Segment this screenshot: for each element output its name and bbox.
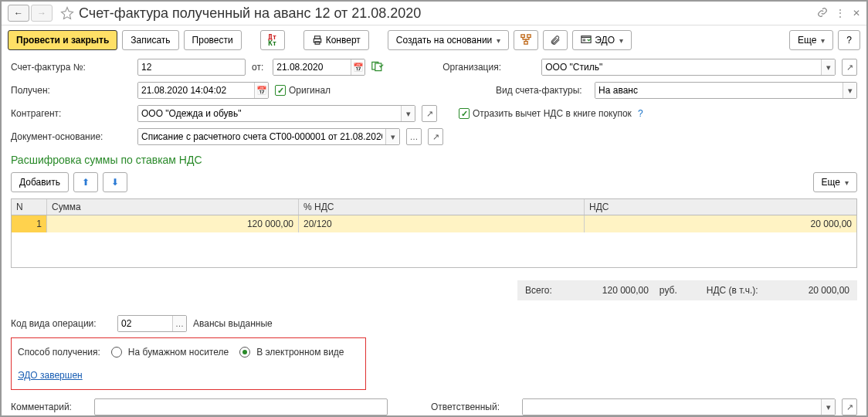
responsible-input[interactable] <box>523 399 821 415</box>
titlebar: ← → Счет-фактура полученный на аванс 12 … <box>2 2 866 25</box>
currency-label: руб. <box>659 285 677 296</box>
chevron-down-icon: ▾ <box>821 36 825 45</box>
add-row-button[interactable]: Добавить <box>11 172 69 192</box>
kind-input[interactable] <box>595 83 843 98</box>
from-date-field[interactable]: 📅 <box>273 59 365 76</box>
favorite-star-icon[interactable] <box>60 6 74 20</box>
org-label: Организация: <box>442 62 535 73</box>
copy-icon[interactable] <box>371 61 384 74</box>
nav-forward-button[interactable]: → <box>31 5 53 22</box>
counterparty-input[interactable] <box>138 106 401 121</box>
svg-rect-4 <box>527 34 531 37</box>
nds-total-value: 20 000,00 <box>809 285 849 296</box>
responsible-label: Ответственный: <box>431 402 516 412</box>
help-icon[interactable]: ? <box>638 108 643 119</box>
total-value: 120 000,00 <box>602 285 649 296</box>
cell-nds[interactable]: 20 000,00 <box>585 215 856 232</box>
chevron-down-icon: ▾ <box>619 36 623 45</box>
cell-sum[interactable]: 120 000,00 <box>47 215 299 232</box>
move-down-button[interactable]: ⬇ <box>103 172 127 192</box>
delivery-label: Способ получения: <box>18 347 100 358</box>
col-sum[interactable]: Сумма <box>47 199 299 215</box>
chevron-down-icon: ▾ <box>497 36 500 45</box>
delivery-electronic-radio[interactable]: В электронном виде <box>239 347 344 358</box>
totals-bar: Всего: 120 000,00 руб. НДС (в т.ч.): 20 … <box>517 280 857 300</box>
reflect-vat-checkbox[interactable]: ✓ Отразить вычет НДС в книге покупок <box>459 108 632 119</box>
basis-field[interactable]: ▾ <box>137 128 400 145</box>
calendar-icon[interactable]: 📅 <box>351 59 364 75</box>
col-n[interactable]: N <box>12 199 47 215</box>
col-nds[interactable]: НДС <box>585 199 856 215</box>
org-field[interactable]: ▾ <box>541 59 836 76</box>
edo-status-link[interactable]: ЭДО завершен <box>18 370 83 381</box>
nav-back-button[interactable]: ← <box>8 5 29 22</box>
total-label: Всего: <box>525 285 552 296</box>
col-rate[interactable]: % НДС <box>299 199 585 215</box>
delivery-paper-radio[interactable]: На бумажном носителе <box>111 347 229 358</box>
responsible-open-button[interactable]: ↗ <box>842 398 857 415</box>
cell-n[interactable]: 1 <box>12 215 47 232</box>
ellipsis-icon[interactable]: … <box>172 316 186 331</box>
received-ts-field[interactable]: 📅 <box>137 82 269 99</box>
received-ts-input[interactable] <box>138 83 254 98</box>
dt-kt-icon: ДтКт <box>268 34 276 46</box>
chevron-down-icon[interactable]: ▾ <box>843 83 856 98</box>
counterparty-field[interactable]: ▾ <box>137 105 415 122</box>
op-code-field[interactable]: … <box>117 315 187 332</box>
table-row[interactable]: 1 120 000,00 20/120 20 000,00 <box>12 215 856 232</box>
basis-label: Документ-основание: <box>11 131 131 142</box>
basis-input[interactable] <box>138 129 385 144</box>
from-date-input[interactable] <box>273 59 351 75</box>
svg-rect-5 <box>524 41 527 44</box>
table-more-button[interactable]: Еще▾ <box>813 172 857 192</box>
move-up-button[interactable]: ⬆ <box>73 172 98 192</box>
kebab-menu-icon[interactable]: ⋮ <box>836 8 845 19</box>
counterparty-label: Контрагент: <box>11 108 131 119</box>
comment-input[interactable] <box>94 398 388 415</box>
calendar-icon[interactable]: 📅 <box>254 83 268 98</box>
received-label: Получен: <box>11 85 131 96</box>
more-button[interactable]: Еще▾ <box>789 30 833 50</box>
grid-header: N Сумма % НДС НДС <box>12 199 856 215</box>
create-based-on-button[interactable]: Создать на основании▾ <box>388 30 510 50</box>
help-button[interactable]: ? <box>838 30 860 50</box>
convert-button[interactable]: Конверт <box>303 30 369 50</box>
kind-field[interactable]: ▾ <box>595 82 857 99</box>
post-and-close-button[interactable]: Провести и закрыть <box>8 30 117 50</box>
edo-button[interactable]: ЭДО▾ <box>572 30 632 50</box>
basis-open-button[interactable]: ↗ <box>428 128 443 145</box>
org-open-button[interactable]: ↗ <box>842 59 857 76</box>
invoice-no-label: Счет-фактура №: <box>11 62 131 73</box>
dt-kt-button[interactable]: ДтКт <box>260 30 285 50</box>
link-icon[interactable] <box>817 7 828 20</box>
printer-icon <box>312 35 323 46</box>
chevron-down-icon[interactable]: ▾ <box>821 399 835 415</box>
responsible-field[interactable]: ▾ <box>522 398 836 415</box>
chevron-down-icon[interactable]: ▾ <box>821 59 835 75</box>
cell-rate[interactable]: 20/120 <box>299 215 585 232</box>
arrow-up-icon: ⬆ <box>82 177 90 188</box>
post-button[interactable]: Провести <box>184 30 242 50</box>
table-toolbar: Добавить ⬆ ⬇ Еще▾ <box>11 171 857 194</box>
checkbox-checked-icon: ✓ <box>275 85 286 96</box>
attachment-button[interactable] <box>543 30 568 50</box>
chevron-down-icon[interactable]: ▾ <box>385 129 399 144</box>
vat-section-title: Расшифровка суммы по ставкам НДС <box>11 154 857 166</box>
tree-icon <box>520 34 531 47</box>
from-label: от: <box>252 62 263 73</box>
save-button[interactable]: Записать <box>122 30 178 50</box>
structure-button[interactable] <box>514 30 538 50</box>
invoice-no-input[interactable] <box>137 59 246 76</box>
op-code-label: Код вида операции: <box>11 318 111 329</box>
org-input[interactable] <box>542 59 821 75</box>
op-code-input[interactable] <box>118 316 172 331</box>
chevron-down-icon: ▾ <box>845 178 849 187</box>
basis-more-button[interactable]: … <box>406 128 422 145</box>
original-checkbox[interactable]: ✓ Оригинал <box>275 85 331 96</box>
chevron-down-icon[interactable]: ▾ <box>401 106 415 121</box>
form-area: Счет-фактура №: от: 📅 Организация: ▾ ↗ П… <box>2 55 866 417</box>
grid-body[interactable]: 1 120 000,00 20/120 20 000,00 <box>12 215 856 267</box>
arrow-down-icon: ⬇ <box>111 177 119 188</box>
counterparty-open-button[interactable]: ↗ <box>422 105 437 122</box>
close-icon[interactable]: ✕ <box>853 8 860 19</box>
